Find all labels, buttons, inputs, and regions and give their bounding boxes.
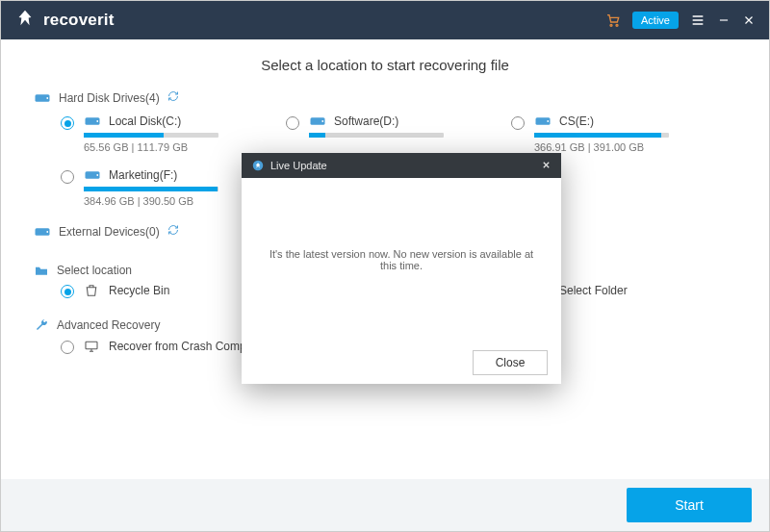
disk-icon (84, 168, 101, 182)
advanced-label: Advanced Recovery (57, 318, 160, 332)
hard-disk-label: Hard Disk Drives(4) (59, 91, 160, 105)
drive-stats: 366.91 GB | 391.00 GB (534, 141, 669, 153)
refresh-icon[interactable] (167, 224, 179, 239)
drive-name: Software(D:) (334, 114, 398, 128)
modal-body: It's the latest version now. No new vers… (242, 178, 561, 342)
radio-drive-e[interactable] (511, 116, 525, 130)
svg-point-3 (46, 97, 48, 99)
update-icon (251, 159, 265, 172)
recycle-bin-label: Recycle Bin (109, 284, 169, 297)
radio-recycle[interactable] (61, 285, 74, 298)
modal-close-button[interactable]: Close (473, 350, 548, 375)
usage-bar (84, 187, 218, 191)
disk-icon (534, 114, 552, 128)
radio-drive-c[interactable] (61, 116, 74, 130)
recycle-bin-icon (84, 283, 99, 298)
drive-software-d[interactable]: Software(D:) (286, 111, 511, 141)
minimize-icon[interactable] (717, 13, 731, 27)
drive-name: Local Disk(C:) (109, 114, 181, 128)
svg-point-1 (616, 24, 618, 26)
live-update-modal: Live Update It's the latest version now.… (242, 153, 561, 384)
hard-disk-section-header: Hard Disk Drives(4) (34, 90, 736, 105)
folder-icon (34, 264, 49, 277)
drive-name: Marketing(F:) (109, 168, 177, 182)
modal-close-icon[interactable] (541, 160, 552, 172)
brand-text: recoverit (43, 11, 115, 30)
radio-drive-f[interactable] (61, 170, 74, 184)
close-icon[interactable] (742, 13, 756, 27)
svg-rect-14 (86, 342, 97, 348)
svg-point-13 (46, 231, 48, 233)
brand: recoverit (14, 8, 115, 33)
select-location-label: Select location (57, 264, 132, 277)
drive-cs-e[interactable]: CS(E:) 366.91 GB | 391.00 GB (511, 111, 736, 157)
drives-row-1: Local Disk(C:) 65.56 GB | 111.79 GB Soft… (34, 111, 736, 157)
start-button[interactable]: Start (627, 488, 752, 522)
page-title: Select a location to start recovering fi… (34, 57, 736, 73)
titlebar: recoverit Active (1, 1, 769, 39)
svg-point-0 (610, 24, 612, 26)
svg-point-9 (547, 120, 549, 122)
drive-stats: 384.96 GB | 390.50 GB (84, 195, 218, 207)
active-badge[interactable]: Active (632, 12, 679, 29)
brand-logo-icon (14, 8, 36, 33)
drive-stats: 65.56 GB | 111.79 GB (84, 141, 218, 153)
select-folder-label: Select Folder (559, 284, 628, 297)
refresh-icon[interactable] (167, 90, 179, 105)
footer: Start (1, 479, 769, 531)
svg-point-5 (96, 120, 98, 122)
disk-icon (84, 114, 101, 128)
radio-drive-d[interactable] (286, 116, 299, 130)
cart-icon[interactable] (605, 13, 621, 28)
menu-icon[interactable] (690, 13, 706, 28)
wrench-icon (34, 317, 49, 333)
usage-bar (534, 133, 669, 138)
usage-bar (309, 133, 444, 138)
modal-title: Live Update (270, 160, 327, 171)
radio-crash[interactable] (61, 341, 74, 354)
titlebar-right: Active (605, 12, 756, 29)
monitor-icon (84, 340, 99, 353)
usage-bar (84, 133, 218, 138)
modal-footer: Close (242, 342, 561, 384)
modal-header: Live Update (242, 153, 561, 178)
external-label: External Devices(0) (59, 225, 160, 239)
drive-icon (34, 225, 51, 239)
drive-name: CS(E:) (559, 114, 594, 128)
drive-local-c[interactable]: Local Disk(C:) 65.56 GB | 111.79 GB (61, 111, 286, 157)
drive-icon (34, 91, 51, 105)
disk-icon (309, 114, 326, 128)
svg-point-11 (96, 174, 98, 176)
modal-message: It's the latest version now. No new vers… (261, 248, 542, 271)
svg-point-7 (321, 120, 323, 122)
